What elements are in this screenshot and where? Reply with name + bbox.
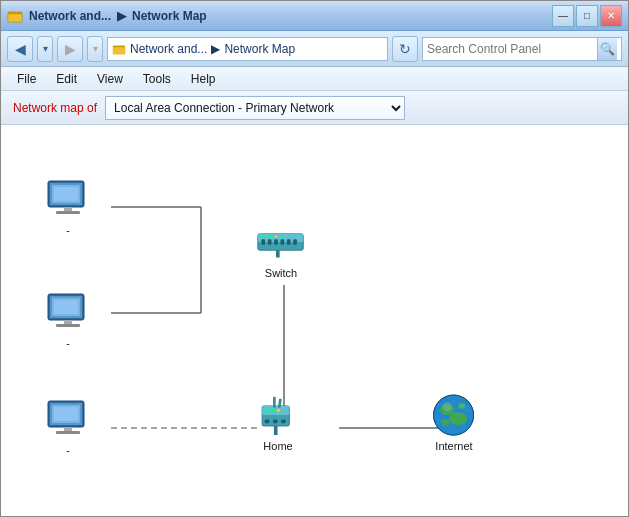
svg-rect-32 [274,239,278,244]
pc3-icon [43,397,93,442]
internet-label: Internet [435,440,472,452]
pc1-icon [43,177,93,222]
switch-icon [256,220,306,265]
svg-rect-48 [265,420,270,424]
forward-dropdown[interactable]: ▾ [87,36,103,62]
internet-icon [429,393,479,438]
svg-point-61 [443,402,452,411]
svg-point-55 [449,412,467,425]
svg-rect-1 [8,14,22,22]
svg-rect-51 [274,426,278,435]
svg-rect-20 [64,320,72,324]
menu-help[interactable]: Help [183,70,224,88]
network-map-label: Network map of [13,101,97,115]
svg-point-36 [262,235,265,238]
close-button[interactable]: ✕ [600,5,622,27]
search-box[interactable]: 🔍 [422,37,622,61]
refresh-button[interactable]: ↻ [392,36,418,62]
internet-node[interactable]: Internet [429,393,479,452]
maximize-button[interactable]: □ [576,5,598,27]
svg-rect-13 [54,187,78,201]
switch-node[interactable]: Switch [256,220,306,279]
path-left: Network and... [130,42,207,56]
search-button[interactable]: 🔍 [597,38,617,60]
svg-rect-33 [281,239,285,244]
pc1-node[interactable]: - [43,177,93,236]
svg-point-46 [271,409,275,413]
back-button[interactable]: ◀ [7,36,33,62]
pc2-icon [43,290,93,335]
path-separator: ▶ [211,42,220,56]
svg-rect-19 [54,300,78,314]
menu-view[interactable]: View [89,70,131,88]
svg-rect-31 [268,239,272,244]
svg-rect-14 [64,207,72,211]
address-bar: ◀ ▾ ▶ ▾ Network and... ▶ Network Map ↻ 🔍 [1,31,628,67]
menu-tools[interactable]: Tools [135,70,179,88]
switch-label: Switch [265,267,297,279]
minimize-button[interactable]: — [552,5,574,27]
menu-edit[interactable]: Edit [48,70,85,88]
svg-rect-30 [261,239,265,244]
pc2-node[interactable]: - [43,290,93,349]
svg-rect-40 [276,250,280,257]
network-lines [1,125,628,516]
svg-rect-26 [64,427,72,431]
title-bar-left: Network and... ▶ Network Map [7,8,207,24]
title-bar: Network and... ▶ Network Map — □ ✕ [1,1,628,31]
folder-icon [112,42,126,56]
window-icon [7,8,23,24]
pc1-label: - [66,224,70,236]
svg-point-37 [268,235,271,238]
title-bar-controls: — □ ✕ [552,5,622,27]
address-right: Network Map [132,9,207,23]
pc3-node[interactable]: - [43,397,93,456]
svg-rect-15 [56,211,80,214]
address-left: Network and... [29,9,111,23]
svg-point-39 [281,235,284,238]
svg-rect-25 [54,407,78,421]
home-node[interactable]: Home [253,393,303,452]
svg-rect-21 [56,324,80,327]
svg-rect-49 [273,420,278,424]
menu-bar: File Edit View Tools Help [1,67,628,91]
svg-rect-35 [293,239,297,244]
forward-button[interactable]: ▶ [57,36,83,62]
svg-rect-27 [56,431,80,434]
pc3-label: - [66,444,70,456]
toolbar-row: Network map of Local Area Connection - P… [1,91,628,125]
svg-rect-50 [281,420,286,424]
address-path[interactable]: Network and... ▶ Network Map [107,37,388,61]
svg-point-38 [275,235,278,238]
main-window: Network and... ▶ Network Map — □ ✕ ◀ ▾ ▶… [0,0,629,517]
home-icon [253,393,303,438]
svg-rect-3 [113,47,125,54]
home-label: Home [263,440,292,452]
svg-point-45 [266,409,270,413]
back-dropdown[interactable]: ▾ [37,36,53,62]
menu-file[interactable]: File [9,70,44,88]
svg-point-47 [277,409,281,413]
svg-rect-34 [287,239,291,244]
pc2-label: - [66,337,70,349]
path-right: Network Map [224,42,295,56]
network-map-content: - - [1,125,628,516]
search-input[interactable] [427,42,597,56]
network-select[interactable]: Local Area Connection - Primary Network [105,96,405,120]
svg-rect-43 [273,397,276,408]
